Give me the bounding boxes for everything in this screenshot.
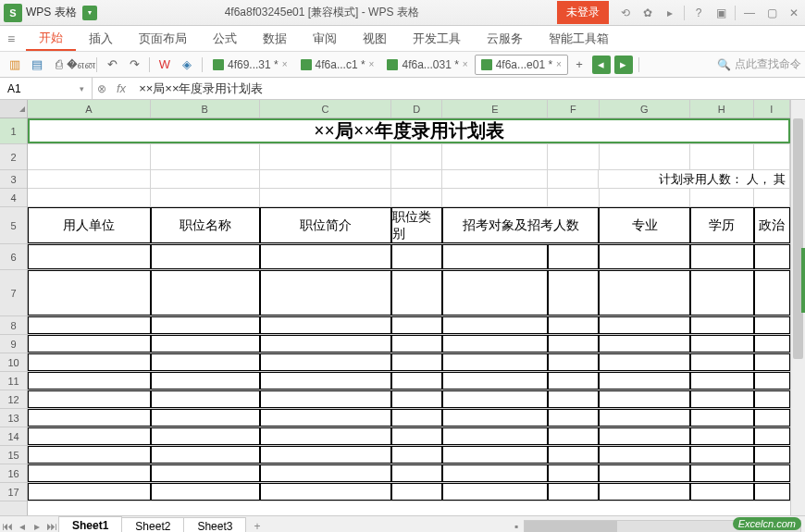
sheet-nav-next-icon[interactable]: ▸ (30, 520, 44, 533)
doc-tab-0[interactable]: 4f69...31 *× (206, 55, 294, 75)
menu-insert[interactable]: 插入 (76, 26, 126, 51)
fx-icon[interactable]: fx (111, 81, 131, 95)
close-button[interactable]: ✕ (786, 5, 802, 21)
row-header[interactable]: 15 (0, 446, 27, 464)
col-header[interactable]: I (754, 100, 790, 118)
cube-icon[interactable]: ◈ (178, 56, 196, 74)
save-icon[interactable]: ▤ (28, 56, 46, 74)
print-icon[interactable]: ⎙ (50, 56, 68, 74)
menubar: ≡ 开始 插入 页面布局 公式 数据 审阅 视图 开发工具 云服务 智能工具箱 (0, 26, 805, 52)
add-sheet-icon[interactable]: + (246, 520, 267, 533)
app-menu-drop[interactable]: ▾ (82, 6, 97, 20)
ribbon-toggle-icon[interactable]: ▣ (712, 5, 729, 21)
search-placeholder: 点此查找命令 (735, 56, 801, 72)
menu-pagelayout[interactable]: 页面布局 (126, 26, 200, 51)
undo-icon[interactable]: ↶ (103, 56, 121, 74)
doc-tab-2[interactable]: 4f6a...031 *× (380, 55, 474, 75)
hscroll-config-icon[interactable]: ▪ (509, 520, 524, 533)
sheet-nav-last-icon[interactable]: ⏭ (44, 520, 59, 533)
settings-icon[interactable]: ✿ (639, 5, 656, 21)
row-header[interactable]: 7 (0, 270, 27, 316)
menu-formula[interactable]: 公式 (200, 26, 250, 51)
sync-icon[interactable]: ⟲ (617, 5, 634, 21)
preview-icon[interactable]: �என (72, 56, 91, 74)
col-header[interactable]: H (690, 100, 754, 118)
doc-tab-3[interactable]: 4f6a...e01 *× (475, 55, 568, 75)
close-icon[interactable]: × (556, 59, 562, 69)
sheet-nav-prev-icon[interactable]: ◂ (15, 520, 30, 533)
row-header[interactable]: 1 (0, 118, 27, 144)
wps-w-icon[interactable]: W (155, 56, 174, 74)
col-header[interactable]: G (600, 100, 690, 118)
col-header[interactable]: A (28, 100, 151, 118)
cell-reference[interactable]: A1▾ (0, 78, 93, 99)
row-header[interactable]: 14 (0, 427, 27, 446)
add-tab-icon[interactable]: + (570, 56, 588, 74)
select-all-corner[interactable] (0, 100, 27, 118)
sheet-nav-first-icon[interactable]: ⏮ (0, 520, 15, 533)
sheet-tab[interactable]: Sheet1 (58, 516, 122, 532)
row-header[interactable]: 4 (0, 189, 27, 207)
login-button[interactable]: 未登录 (557, 1, 609, 24)
menu-dev[interactable]: 开发工具 (400, 26, 474, 51)
menu-smarttools[interactable]: 智能工具箱 (536, 26, 622, 51)
plan-note[interactable]: 计划录用人数： 人， 其 (599, 170, 790, 188)
doc-tab-1[interactable]: 4f6a...c1 *× (294, 55, 381, 75)
col-header[interactable]: D (391, 100, 442, 118)
fx-cancel-icon[interactable]: ⊗ (93, 82, 111, 95)
row-header[interactable]: 8 (0, 316, 27, 335)
col-header-cell[interactable]: 招考对象及招考人数 (442, 207, 599, 243)
cells-area[interactable]: ××局××年度录用计划表 计划录用人数： 人， 其 用人单位 职位名称 职位简介… (28, 118, 790, 501)
side-panel-handle[interactable] (801, 248, 805, 313)
menu-view[interactable]: 视图 (350, 26, 400, 51)
chevron-down-icon[interactable]: ▾ (80, 84, 84, 93)
tab-nav-prev-icon[interactable]: ◂ (592, 56, 611, 74)
open-icon[interactable]: ▥ (6, 56, 24, 74)
row-header[interactable]: 5 (0, 207, 27, 244)
formula-input[interactable]: ××局××年度录用计划表 (131, 80, 805, 97)
row-header[interactable]: 3 (0, 170, 27, 189)
sheet-tab[interactable]: Sheet2 (121, 517, 184, 533)
col-header-cell[interactable]: 学历 (690, 207, 754, 243)
tab-nav-next-icon[interactable]: ▸ (614, 56, 633, 74)
scrollbar-thumb[interactable] (525, 521, 617, 532)
menu-review[interactable]: 审阅 (300, 26, 350, 51)
title-cell[interactable]: ××局××年度录用计划表 (28, 118, 790, 143)
titlebar: S WPS 表格 ▾ 4f6a8f03245e01 [兼容模式] - WPS 表… (0, 0, 805, 26)
vertical-scrollbar[interactable] (790, 100, 805, 515)
help-icon[interactable]: ? (690, 5, 707, 21)
row-header[interactable]: 6 (0, 244, 27, 270)
menu-hamburger-icon[interactable]: ≡ (7, 31, 26, 46)
row-header[interactable]: 11 (0, 372, 27, 390)
row-header[interactable]: 17 (0, 483, 27, 501)
maximize-button[interactable]: ▢ (763, 5, 780, 21)
row-header[interactable]: 10 (0, 353, 27, 372)
row-header[interactable]: 13 (0, 409, 27, 427)
col-header-cell[interactable]: 职位名称 (151, 207, 260, 243)
row-header[interactable]: 12 (0, 390, 27, 409)
menu-start[interactable]: 开始 (26, 26, 76, 51)
col-header[interactable]: B (151, 100, 260, 118)
col-header-cell[interactable]: 用人单位 (28, 207, 151, 243)
sheet-tab[interactable]: Sheet3 (183, 517, 246, 533)
col-header-cell[interactable]: 职位类别 (391, 207, 442, 243)
row-header[interactable]: 9 (0, 335, 27, 353)
col-header[interactable]: C (260, 100, 392, 118)
col-header-cell[interactable]: 政治 (754, 207, 790, 243)
close-icon[interactable]: × (463, 59, 468, 69)
scrollbar-thumb[interactable] (793, 118, 803, 359)
close-icon[interactable]: × (282, 59, 288, 69)
redo-icon[interactable]: ↷ (125, 56, 143, 74)
skin-icon[interactable]: ▸ (662, 5, 678, 21)
col-header[interactable]: F (548, 100, 599, 118)
col-header-cell[interactable]: 职位简介 (260, 207, 392, 243)
minimize-button[interactable]: — (741, 5, 758, 21)
command-search[interactable]: 🔍点此查找命令 (717, 56, 801, 72)
menu-data[interactable]: 数据 (250, 26, 300, 51)
row-header[interactable]: 16 (0, 464, 27, 483)
col-header-cell[interactable]: 专业 (599, 207, 689, 243)
col-header[interactable]: E (442, 100, 548, 118)
close-icon[interactable]: × (369, 59, 375, 69)
row-header[interactable]: 2 (0, 144, 27, 170)
menu-cloud[interactable]: 云服务 (474, 26, 536, 51)
